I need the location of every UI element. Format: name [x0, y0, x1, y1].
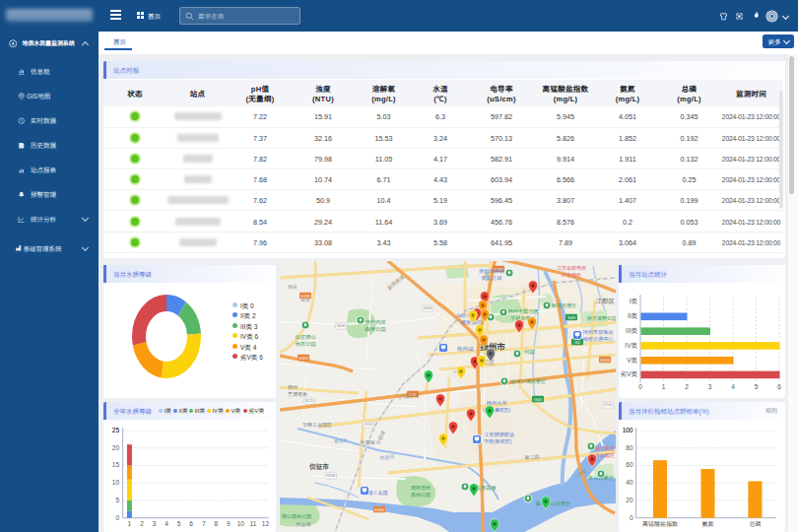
- svg-text:产业园区: 产业园区: [595, 451, 615, 458]
- svg-text:11: 11: [250, 518, 257, 528]
- svg-text:6: 6: [189, 518, 193, 528]
- svg-text:10: 10: [237, 518, 245, 528]
- svg-text:1: 1: [662, 381, 666, 391]
- svg-text:IV类: IV类: [625, 340, 637, 350]
- svg-text:4: 4: [165, 518, 168, 528]
- svg-text:S243: S243: [600, 357, 610, 363]
- svg-text:X006: X006: [424, 305, 432, 310]
- svg-text:运河三湾风景区: 运河三湾风景区: [510, 377, 546, 384]
- svg-text:扬子津野公园: 扬子津野公园: [586, 314, 616, 321]
- svg-text:3: 3: [708, 381, 712, 391]
- svg-text:7: 7: [202, 518, 206, 528]
- svg-text:江苏旅游职业: 江苏旅游职业: [484, 431, 514, 437]
- svg-text:扬州大学: 扬州大学: [487, 399, 507, 406]
- svg-text:9: 9: [227, 518, 231, 528]
- svg-text:森林公园: 森林公园: [366, 325, 386, 332]
- svg-text:III类: III类: [626, 325, 637, 335]
- svg-text:闰扬湿地: 闰扬湿地: [411, 484, 431, 491]
- svg-text:劣V类: 劣V类: [621, 368, 638, 378]
- svg-text:12: 12: [262, 518, 270, 528]
- svg-text:古运河: 古运河: [379, 452, 395, 460]
- svg-text:10: 10: [112, 477, 120, 487]
- svg-text:扬州西郊: 扬州西郊: [366, 318, 386, 325]
- svg-text:朱庄: 朱庄: [300, 296, 310, 302]
- svg-text:何园: 何园: [524, 348, 534, 355]
- svg-text:60: 60: [626, 459, 633, 469]
- svg-text:江苏省邮电扬: 江苏省邮电扬: [557, 264, 586, 271]
- svg-text:艺博览会: 艺博览会: [288, 390, 307, 397]
- svg-text:氨氮: 氨氮: [701, 519, 713, 528]
- svg-text:梦幻之城: 梦幻之城: [482, 274, 503, 281]
- svg-text:40: 40: [626, 477, 633, 487]
- svg-text:X202: X202: [365, 422, 373, 427]
- svg-text:扬州市蜀冈唐: 扬州市蜀冈唐: [507, 307, 538, 314]
- svg-text:5: 5: [115, 495, 119, 504]
- svg-text:总磷: 总磷: [749, 519, 761, 528]
- svg-text:枢纽交通中心: 枢纽交通中心: [582, 335, 613, 342]
- svg-text:仪征捺山: 仪征捺山: [296, 333, 316, 340]
- svg-text:X205: X205: [604, 402, 613, 407]
- svg-text:高锰酸盐指数: 高锰酸盐指数: [642, 519, 678, 528]
- svg-text:西庄: 西庄: [288, 283, 298, 290]
- svg-text:扬州站: 扬州站: [457, 345, 474, 353]
- svg-text:森林公园: 森林公园: [411, 491, 431, 498]
- svg-text:8: 8: [214, 518, 218, 528]
- svg-text:镇江新区: 镇江新区: [595, 444, 615, 451]
- svg-text:II类: II类: [628, 310, 638, 320]
- svg-text:25: 25: [112, 425, 120, 434]
- svg-text:V类: V类: [627, 355, 637, 365]
- svg-text:80: 80: [626, 442, 633, 452]
- svg-text:华腾工业园区: 华腾工业园区: [302, 421, 332, 428]
- svg-text:0: 0: [115, 512, 119, 522]
- svg-text:20: 20: [626, 495, 633, 504]
- svg-text:吉运河: 吉运河: [334, 436, 348, 443]
- svg-text:铜山森林公园: 铜山森林公园: [282, 512, 311, 519]
- svg-text:江都区: 江都区: [595, 296, 615, 305]
- svg-text:扬州: 扬州: [288, 383, 298, 390]
- svg-text:4: 4: [731, 381, 735, 391]
- svg-text:学院(新校区): 学院(新校区): [484, 437, 512, 444]
- svg-text:G40: G40: [534, 396, 543, 402]
- svg-text:2: 2: [140, 518, 144, 528]
- svg-text:0: 0: [630, 512, 633, 522]
- svg-text:0: 0: [638, 381, 642, 391]
- svg-text:州管理所: 州管理所: [562, 271, 581, 278]
- svg-text:春江路: 春江路: [524, 452, 539, 460]
- svg-text:100: 100: [623, 425, 633, 434]
- svg-text:20: 20: [112, 442, 120, 452]
- svg-text:S49: S49: [567, 314, 575, 320]
- svg-text:世业镇: 世业镇: [296, 520, 310, 527]
- svg-text:3: 3: [153, 518, 157, 528]
- svg-text:S125: S125: [305, 398, 314, 403]
- svg-text:5: 5: [177, 518, 181, 528]
- svg-text:镇江金山风景区: 镇江金山风景区: [535, 499, 570, 506]
- svg-text:X006: X006: [337, 323, 346, 328]
- svg-text:6: 6: [777, 381, 781, 391]
- svg-text:15: 15: [112, 459, 120, 469]
- svg-text:S356: S356: [374, 506, 384, 512]
- svg-text:扬州东部客运: 扬州东部客运: [582, 328, 614, 335]
- svg-text:2: 2: [685, 381, 689, 391]
- svg-text:S353: S353: [299, 355, 308, 361]
- svg-text:地质公园: 地质公园: [296, 340, 316, 347]
- svg-text:扬州华侨城: 扬州华侨城: [479, 267, 505, 274]
- svg-text:1: 1: [128, 518, 132, 528]
- svg-text:朴席镇: 朴席镇: [360, 438, 374, 445]
- svg-text:S336: S336: [327, 473, 336, 478]
- svg-text:5: 5: [755, 381, 759, 391]
- svg-text:I类: I类: [630, 296, 638, 305]
- svg-text:仪征市: 仪征市: [308, 461, 329, 471]
